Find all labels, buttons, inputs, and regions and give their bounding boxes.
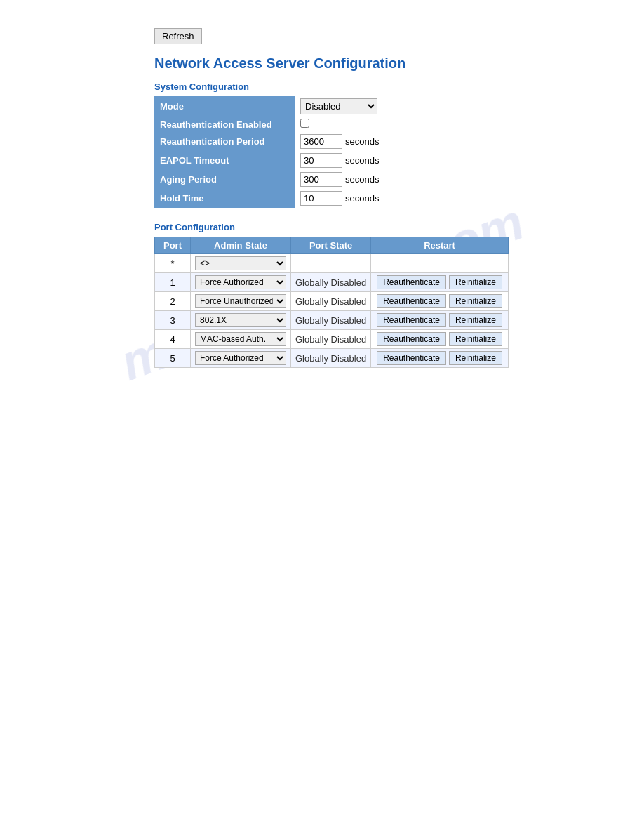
sys-field-label-0: Mode	[154, 96, 295, 117]
admin-state-cell-2: Force AuthorizedForce Unauthorized802.1X…	[191, 292, 291, 311]
sys-field-label-2: Reauthentication Period	[154, 132, 295, 151]
restart-cell-3: ReauthenticateReinitialize	[371, 311, 509, 330]
restart-btn-4-0[interactable]: Reauthenticate	[377, 332, 446, 346]
admin-state-select-3[interactable]: Force AuthorizedForce Unauthorized802.1X…	[195, 313, 286, 327]
restart-btn-4-1[interactable]: Reinitialize	[449, 332, 502, 346]
port-number-0: *	[155, 254, 191, 273]
restart-cell-1: ReauthenticateReinitialize	[371, 273, 509, 292]
restart-cell-5: ReauthenticateReinitialize	[371, 349, 509, 368]
admin-state-cell-3: Force AuthorizedForce Unauthorized802.1X…	[191, 311, 291, 330]
seconds-label-3: seconds	[345, 155, 379, 166]
port-state-cell-1: Globally Disabled	[291, 273, 371, 292]
port-state-cell-5: Globally Disabled	[291, 349, 371, 368]
restart-cell-4: ReauthenticateReinitialize	[371, 330, 509, 349]
restart-btn-5-1[interactable]: Reinitialize	[449, 351, 502, 365]
sys-field-value-5: seconds	[295, 189, 400, 208]
port-col-header-2: Port State	[291, 237, 371, 254]
restart-btn-1-1[interactable]: Reinitialize	[449, 275, 502, 289]
sys-field-label-3: EAPOL Timeout	[154, 151, 295, 170]
sys-field-input-3[interactable]	[300, 153, 342, 168]
port-number-1: 1	[155, 273, 191, 292]
port-col-header-3: Restart	[371, 237, 509, 254]
port-state-cell-4: Globally Disabled	[291, 330, 371, 349]
seconds-label-2: seconds	[345, 136, 379, 147]
port-state-cell-0	[291, 254, 371, 273]
sys-field-value-2: seconds	[295, 132, 400, 151]
restart-btn-3-0[interactable]: Reauthenticate	[377, 313, 446, 327]
port-number-2: 2	[155, 292, 191, 311]
restart-btn-3-1[interactable]: Reinitialize	[449, 313, 502, 327]
sys-field-label-4: Aging Period	[154, 170, 295, 189]
port-col-header-0: Port	[155, 237, 191, 254]
restart-btn-2-0[interactable]: Reauthenticate	[377, 294, 446, 308]
reauth-enabled-checkbox[interactable]	[300, 119, 309, 128]
system-config-title: System Configuration	[154, 81, 644, 92]
mode-select[interactable]: DisabledEnabled	[300, 98, 377, 114]
admin-state-cell-4: Force AuthorizedForce Unauthorized802.1X…	[191, 330, 291, 349]
port-state-cell-3: Globally Disabled	[291, 311, 371, 330]
page-title: Network Access Server Configuration	[154, 55, 644, 72]
port-number-5: 5	[155, 349, 191, 368]
admin-state-select-0[interactable]: <>Force AuthorizedForce Unauthorized802.…	[195, 256, 286, 270]
restart-btn-5-0[interactable]: Reauthenticate	[377, 351, 446, 365]
admin-state-select-1[interactable]: Force AuthorizedForce Unauthorized802.1X…	[195, 275, 286, 289]
port-col-header-1: Admin State	[191, 237, 291, 254]
port-number-4: 4	[155, 330, 191, 349]
sys-field-label-5: Hold Time	[154, 189, 295, 208]
admin-state-select-2[interactable]: Force AuthorizedForce Unauthorized802.1X…	[195, 294, 286, 308]
admin-state-cell-0: <>Force AuthorizedForce Unauthorized802.…	[191, 254, 291, 273]
seconds-label-5: seconds	[345, 193, 379, 204]
sys-field-value-1	[295, 117, 400, 132]
port-number-3: 3	[155, 311, 191, 330]
restart-btn-1-0[interactable]: Reauthenticate	[377, 275, 446, 289]
sys-field-value-0: DisabledEnabled	[295, 96, 400, 117]
restart-btn-2-1[interactable]: Reinitialize	[449, 294, 502, 308]
restart-cell-0	[371, 254, 509, 273]
admin-state-select-4[interactable]: Force AuthorizedForce Unauthorized802.1X…	[195, 332, 286, 346]
sys-field-input-4[interactable]	[300, 172, 342, 187]
sys-field-value-3: seconds	[295, 151, 400, 170]
admin-state-cell-1: Force AuthorizedForce Unauthorized802.1X…	[191, 273, 291, 292]
port-config-title: Port Configuration	[154, 222, 644, 232]
refresh-button[interactable]: Refresh	[154, 28, 202, 44]
system-config-table: ModeDisabledEnabledReauthentication Enab…	[154, 96, 400, 208]
admin-state-select-5[interactable]: Force AuthorizedForce Unauthorized802.1X…	[195, 351, 286, 365]
port-config-table: PortAdmin StatePort StateRestart *<>Forc…	[154, 237, 509, 368]
restart-cell-2: ReauthenticateReinitialize	[371, 292, 509, 311]
sys-field-input-2[interactable]	[300, 134, 342, 149]
sys-field-input-5[interactable]	[300, 191, 342, 206]
sys-field-value-4: seconds	[295, 170, 400, 189]
port-state-cell-2: Globally Disabled	[291, 292, 371, 311]
sys-field-label-1: Reauthentication Enabled	[154, 117, 295, 132]
seconds-label-4: seconds	[345, 174, 379, 185]
admin-state-cell-5: Force AuthorizedForce Unauthorized802.1X…	[191, 349, 291, 368]
